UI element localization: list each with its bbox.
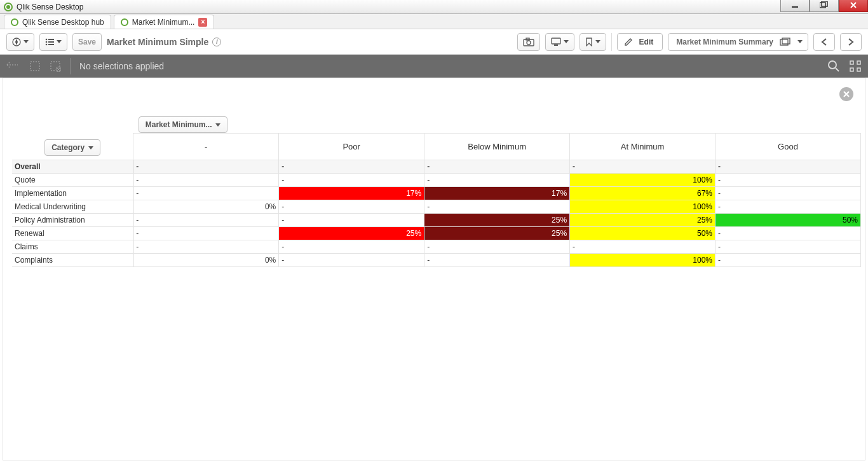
cell[interactable]: 50%	[570, 227, 715, 240]
cell[interactable]: 100%	[570, 200, 715, 214]
column-dimension-button[interactable]: Market Minimum...	[139, 116, 228, 133]
table-row[interactable]: Quote---100%-	[12, 174, 861, 187]
cell[interactable]: 17%	[424, 187, 570, 200]
cell[interactable]: 0%	[133, 254, 279, 267]
cell[interactable]: 100%	[570, 254, 715, 267]
cell[interactable]: -	[279, 174, 424, 187]
selection-back-button[interactable]	[6, 60, 20, 73]
cell[interactable]: -	[715, 160, 861, 174]
table-row[interactable]: Overall-----	[12, 160, 861, 174]
cell[interactable]: -	[279, 214, 424, 227]
cell[interactable]: -	[279, 160, 424, 174]
tab-hub[interactable]: Qlik Sense Desktop hub	[4, 15, 111, 29]
cell[interactable]: -	[424, 160, 570, 174]
cell[interactable]: -	[424, 174, 570, 187]
tab-close-button[interactable]: ×	[198, 18, 207, 27]
cell[interactable]: -	[133, 227, 279, 240]
device-preview-button[interactable]	[545, 33, 574, 51]
clear-selections-button[interactable]	[50, 60, 61, 72]
snapshot-button[interactable]	[517, 33, 540, 51]
cell[interactable]: 100%	[570, 174, 715, 187]
save-button[interactable]: Save	[72, 33, 102, 51]
window-close-button[interactable]	[839, 0, 868, 12]
cell[interactable]: 25%	[279, 227, 424, 240]
cell[interactable]: -	[715, 187, 861, 200]
row-label[interactable]: Overall	[12, 160, 133, 174]
cell[interactable]: -	[133, 160, 279, 174]
svg-point-20	[829, 61, 836, 69]
column-header[interactable]: Poor	[279, 134, 424, 160]
row-label[interactable]: Claims	[12, 240, 133, 254]
row-label[interactable]: Complaints	[12, 254, 133, 267]
info-icon[interactable]: i	[212, 38, 221, 46]
view-menu-button[interactable]	[39, 33, 67, 51]
row-label[interactable]: Medical Underwriting	[12, 200, 133, 214]
cell[interactable]: -	[133, 174, 279, 187]
table-row[interactable]: Medical Underwriting0%--100%-	[12, 200, 861, 214]
column-header[interactable]: -	[133, 134, 279, 160]
cell[interactable]: -	[715, 174, 861, 187]
prev-sheet-button[interactable]	[813, 33, 835, 51]
cell[interactable]: -	[133, 187, 279, 200]
cell[interactable]: -	[715, 240, 861, 254]
column-header[interactable]: Good	[715, 134, 861, 160]
cell[interactable]: -	[715, 227, 861, 240]
next-sheet-button[interactable]	[840, 33, 862, 51]
svg-rect-13	[552, 38, 560, 44]
table-row[interactable]: Complaints0%--100%-	[12, 254, 861, 267]
chevron-down-icon	[595, 40, 600, 43]
maximize-button[interactable]	[810, 0, 839, 12]
cell[interactable]: -	[279, 240, 424, 254]
cell[interactable]: -	[133, 240, 279, 254]
cell[interactable]: 17%	[279, 187, 424, 200]
cell[interactable]: 25%	[424, 214, 570, 227]
tab-label: Qlik Sense Desktop hub	[22, 18, 104, 27]
selections-tool-button[interactable]	[849, 60, 862, 73]
cell[interactable]: -	[279, 200, 424, 214]
back-icon	[6, 60, 20, 73]
global-menu-button[interactable]	[6, 33, 34, 51]
chevron-down-icon	[88, 146, 93, 149]
cell[interactable]: -	[715, 254, 861, 267]
sheet-navigator[interactable]: Market Minimum Summary	[668, 33, 808, 51]
bookmark-button[interactable]	[580, 33, 606, 51]
search-button[interactable]	[827, 60, 840, 73]
cell[interactable]: -	[715, 200, 861, 214]
cell[interactable]: -	[424, 240, 570, 254]
cell[interactable]: -	[424, 254, 570, 267]
cell[interactable]: 67%	[570, 187, 715, 200]
qlik-icon	[121, 18, 128, 26]
row-label[interactable]: Quote	[12, 174, 133, 187]
selection-forward-button[interactable]	[29, 60, 41, 72]
app-toolbar: Save Market Minimum Simple i Edit Market…	[0, 29, 868, 55]
row-label[interactable]: Implementation	[12, 187, 133, 200]
cell[interactable]: 0%	[133, 200, 279, 214]
search-icon	[827, 60, 840, 73]
cell[interactable]: 50%	[715, 214, 861, 227]
column-header[interactable]: At Minimum	[570, 134, 715, 160]
cell[interactable]: -	[424, 200, 570, 214]
cell[interactable]: -	[133, 214, 279, 227]
table-row[interactable]: Policy Administration--25%25%50%	[12, 214, 861, 227]
table-row[interactable]: Renewal-25%25%50%-	[12, 227, 861, 240]
pivot-table[interactable]: Category Market Minimum... - Poor Be	[12, 113, 861, 267]
column-header[interactable]: Below Minimum	[424, 134, 570, 160]
close-icon	[843, 90, 850, 98]
cell[interactable]: 25%	[570, 214, 715, 227]
cell[interactable]: -	[279, 254, 424, 267]
row-dimension-button[interactable]: Category	[44, 139, 100, 156]
tab-market-minimum[interactable]: Market Minimum... ×	[114, 15, 215, 29]
chevron-down-icon	[215, 123, 220, 127]
minimize-button[interactable]	[780, 0, 810, 12]
table-row[interactable]: Implementation-17%17%67%-	[12, 187, 861, 200]
row-label[interactable]: Renewal	[12, 227, 133, 240]
table-row[interactable]: Claims-----	[12, 240, 861, 254]
row-label[interactable]: Policy Administration	[12, 214, 133, 227]
cell[interactable]: 25%	[424, 227, 570, 240]
edit-button[interactable]: Edit	[617, 33, 663, 51]
monitor-icon	[551, 38, 561, 46]
object-close-button[interactable]	[839, 87, 853, 101]
cell[interactable]: -	[570, 160, 715, 174]
chevron-down-icon	[24, 40, 29, 43]
cell[interactable]: -	[570, 240, 715, 254]
